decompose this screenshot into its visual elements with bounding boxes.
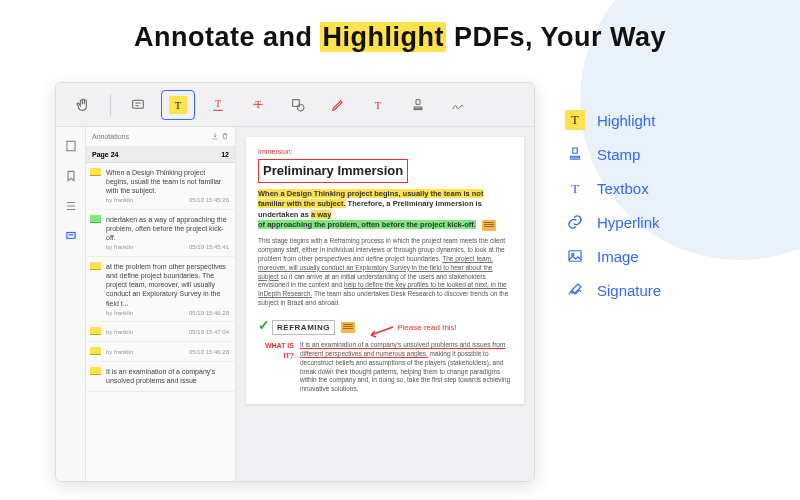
highlight-green: of approaching the problem, often before… xyxy=(258,220,476,229)
left-rail xyxy=(56,127,86,481)
signature-icon xyxy=(449,96,467,114)
annotation-item[interactable]: When a Design Thinking project begins, u… xyxy=(86,163,235,210)
highlight-t-icon: T xyxy=(169,96,187,114)
svg-text:T: T xyxy=(175,99,182,110)
what-text: It is an examination of a company's unso… xyxy=(300,341,512,394)
svg-text:T: T xyxy=(255,100,261,110)
sidebar-actions[interactable] xyxy=(211,132,229,141)
svg-rect-0 xyxy=(133,100,144,108)
headline-pre: Annotate and xyxy=(134,22,321,52)
svg-text:T: T xyxy=(375,100,382,111)
svg-rect-13 xyxy=(569,251,581,262)
document-page: Immersion: Preliminary Immersion When a … xyxy=(246,137,524,404)
sticky-note-icon[interactable] xyxy=(482,220,496,231)
document-viewport[interactable]: Immersion: Preliminary Immersion When a … xyxy=(236,127,534,481)
section-label: Immersion: xyxy=(258,147,512,157)
feature-label: Highlight xyxy=(597,112,655,129)
hand-icon xyxy=(74,96,92,114)
toolbar-separator xyxy=(110,94,111,116)
body-paragraph: This stage begins with a Reframing proce… xyxy=(258,237,512,307)
headline-highlight: Highlight xyxy=(320,22,445,52)
pencil-tool[interactable] xyxy=(321,90,355,120)
shape-icon xyxy=(289,96,307,114)
feature-list: THighlightStampTTextboxHyperlinkImageSig… xyxy=(565,110,661,300)
feature-label: Stamp xyxy=(597,146,640,163)
annotation-marker-icon xyxy=(90,168,101,176)
feature-signature: Signature xyxy=(565,280,661,300)
image-icon xyxy=(565,246,585,266)
hyperlink-icon xyxy=(565,212,585,232)
feature-textbox: TTextbox xyxy=(565,178,661,198)
svg-text:T: T xyxy=(571,181,580,196)
strike-tool[interactable]: T xyxy=(241,90,275,120)
outline-tab-icon[interactable] xyxy=(62,197,80,215)
checkmark-icon: ✓ xyxy=(258,317,270,333)
lead-paragraph: When a Design Thinking project begins, u… xyxy=(258,189,512,232)
read-this-callout: Please read this! xyxy=(397,323,457,332)
feature-label: Signature xyxy=(597,282,661,299)
annotations-tab-icon[interactable] xyxy=(62,227,80,245)
thumbnails-tab-icon[interactable] xyxy=(62,137,80,155)
textbox-icon: T xyxy=(565,178,585,198)
annotation-marker-icon xyxy=(90,347,101,355)
what-label: WHAT IS IT? xyxy=(258,341,294,394)
reframing-box: REFRAMING xyxy=(272,320,335,335)
feature-hyperlink: Hyperlink xyxy=(565,212,661,232)
svg-text:T: T xyxy=(571,113,579,127)
annotation-text: ndertaken as a way of approaching the pr… xyxy=(106,215,229,242)
annotation-marker-icon xyxy=(90,215,101,223)
sticky-note-icon-2[interactable] xyxy=(341,322,355,333)
underline-icon: T xyxy=(209,96,227,114)
annotation-item[interactable]: It is an examination of a company's unso… xyxy=(86,362,235,392)
page-count-badge: 12 xyxy=(221,151,229,158)
headline-post: PDFs, Your Way xyxy=(446,22,666,52)
stamp-icon xyxy=(565,144,585,164)
annotation-item[interactable]: at the problem from other perspectives a… xyxy=(86,257,235,322)
annotation-marker-icon xyxy=(90,327,101,335)
annotation-meta: by franklin05/10 15:45:41 xyxy=(106,244,229,252)
annotations-sidebar: Annotations Page 24 12 When a Design Thi… xyxy=(86,127,236,481)
pdf-app-window: T T T T Annotations xyxy=(55,82,535,482)
sidebar-page-row[interactable]: Page 24 12 xyxy=(86,147,235,163)
annotation-marker-icon xyxy=(90,262,101,270)
highlight-icon: T xyxy=(565,110,585,130)
annotation-meta: by franklin05/10 15:46:28 xyxy=(106,310,229,318)
annotation-toolbar: T T T T xyxy=(56,83,534,127)
highlight-tool[interactable]: T xyxy=(161,90,195,120)
annotation-marker-icon xyxy=(90,367,101,375)
page-headline: Annotate and Highlight PDFs, Your Way xyxy=(0,0,800,53)
bookmarks-tab-icon[interactable] xyxy=(62,167,80,185)
page-label: Page 24 xyxy=(92,151,118,158)
signature-tool[interactable] xyxy=(441,90,475,120)
stamp-tool[interactable] xyxy=(401,90,435,120)
annotation-meta: by franklin05/10 15:47:04 xyxy=(106,329,229,337)
feature-stamp: Stamp xyxy=(565,144,661,164)
feature-image: Image xyxy=(565,246,661,266)
feature-label: Image xyxy=(597,248,639,265)
svg-text:T: T xyxy=(215,99,221,109)
annotation-item[interactable]: ndertaken as a way of approaching the pr… xyxy=(86,210,235,257)
annotation-item[interactable]: by franklin05/10 15:46:28 xyxy=(86,342,235,362)
page-title: Preliminary Immersion xyxy=(258,159,408,183)
annotation-item[interactable]: by franklin05/10 15:47:04 xyxy=(86,322,235,342)
feature-label: Hyperlink xyxy=(597,214,660,231)
annotation-text: It is an examination of a company's unso… xyxy=(106,367,229,385)
text-t-icon: T xyxy=(369,96,387,114)
svg-rect-9 xyxy=(66,141,74,150)
sidebar-title: Annotations xyxy=(92,133,129,140)
stamp-icon xyxy=(409,96,427,114)
sidebar-header: Annotations xyxy=(86,127,235,147)
annotation-text: at the problem from other perspectives a… xyxy=(106,262,229,307)
arrow-icon xyxy=(367,325,395,339)
hand-tool[interactable] xyxy=(66,90,100,120)
note-tool[interactable] xyxy=(121,90,155,120)
strike-icon: T xyxy=(249,96,267,114)
signature-icon xyxy=(565,280,585,300)
svg-point-7 xyxy=(297,104,304,111)
underline-tool[interactable]: T xyxy=(201,90,235,120)
shape-tool[interactable] xyxy=(281,90,315,120)
reframing-row: ✓ REFRAMING Please read this! xyxy=(258,316,512,336)
text-tool[interactable]: T xyxy=(361,90,395,120)
note-icon xyxy=(129,96,147,114)
annotation-meta: by franklin05/10 15:46:28 xyxy=(106,349,229,357)
